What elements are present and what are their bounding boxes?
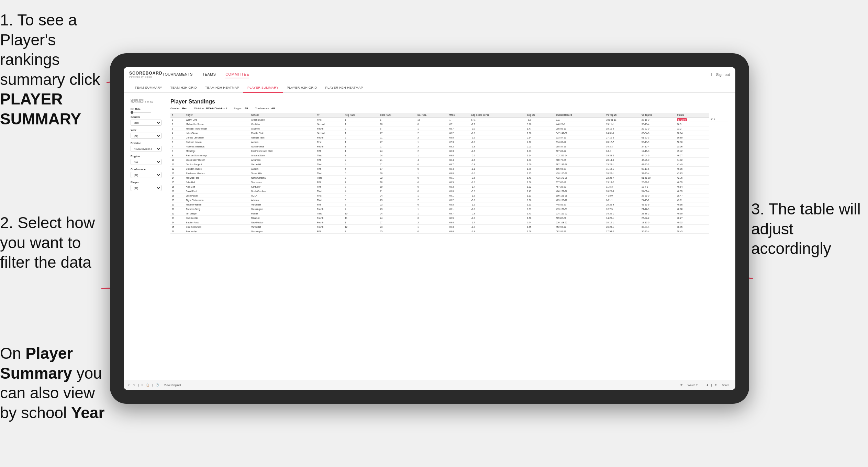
player-select[interactable]: (All) [131,185,162,191]
table-row: 15Jake HallTennesseeFifth718668.5-1.51.6… [170,180,728,185]
table-scroll-container[interactable]: # Player School Yr Reg Rank Conf Rank No… [170,113,728,374]
sign-out-link[interactable]: Sign out [716,73,730,77]
table-row: 5Christo LamprechtGeorgia TechFourth2212… [170,135,728,140]
cell-18-13: 43.81 [676,198,709,202]
table-row: 18Luke PowellUCLAFirst424169.1-1.81.1350… [170,193,728,198]
cell-13-11: 22-26-7 [605,176,640,180]
toolbar-copy[interactable]: ⎘ [142,383,143,387]
cell-2-6: 1 [416,126,448,131]
nav-teams[interactable]: TEAMS [202,71,216,78]
cell-14-6: 6 [416,180,448,185]
no-rds-slider[interactable] [131,112,151,113]
cell-24-2: Vanderbilt [250,225,316,229]
view-original-btn[interactable]: View: Original [162,383,183,387]
cell-8-4: 3 [344,153,379,158]
cell-20-4: 4 [344,207,379,211]
cell-21-11: 14-26-1 [605,211,640,216]
cell-11-10: 605-96-38 [555,167,605,171]
cell-17-7: 69.1 [448,193,470,198]
cell-14-5: 18 [379,180,416,185]
conference-select[interactable]: (All) [131,172,162,178]
cell-12-10: 428-150-30 [555,171,605,176]
cell-8-3: Third [316,153,344,158]
step3-line2: adjust accordingly [751,220,831,258]
nav-committee[interactable]: COMMITTEE [225,71,249,78]
cell-20-1: Taehoon Song [185,207,250,211]
cell-4-3: Fourth [316,135,344,140]
cell-11-5: 17 [379,167,416,171]
download-icon[interactable]: ⬇ [706,383,709,387]
subnav-team-h2h-grid[interactable]: TEAM H2H GRID [166,82,201,93]
nav-bar: SCOREBOARD Powered by clippd TOURNAMENTS… [124,67,735,82]
cell-18-1: Tiger Christensen [185,198,250,202]
cell-6-10: 698-54-13 [555,144,605,149]
subnav-player-h2h-grid[interactable]: PLAYER H2H GRID [283,82,321,93]
division-select[interactable]: NCAA Division I NCAA Division II NCAA Di… [131,146,162,152]
subnav-player-summary[interactable]: PLAYER SUMMARY [243,82,283,93]
toolbar-redo[interactable]: ↪ [133,383,135,387]
subnav-team-h2h-heatmap[interactable]: TEAM H2H HEATMAP [201,82,243,93]
cell-16-8: -0.2 [470,189,526,193]
cell-2-9: 1.47 [526,126,555,131]
cell-7-12: 12-16-3 [640,149,676,153]
cell-7-1: Mats Ege [185,149,250,153]
year-select[interactable]: (All) First Second Third Fourth Fifth [131,133,162,139]
cell-7-8: -2.5 [470,149,526,153]
year-label: Year [131,129,165,132]
cell-2-3: Fourth [316,126,344,131]
cell-24-8: -1.2 [470,225,526,229]
cell-12-6: 1 [416,171,448,176]
toolbar-sep4: | [711,383,712,387]
subnav-player-h2h-heatmap[interactable]: PLAYER H2H HEATMAP [321,82,367,93]
cell-17-4: 4 [344,193,379,198]
cell-5-12: 50-19-9 [640,140,676,144]
cell-3-11: 24-31-5 [605,131,640,135]
cell-23-7: 69.4 [448,220,470,225]
toolbar-undo[interactable]: ↩ [128,383,130,387]
cell-9-7: 68.4 [448,158,470,162]
cell-15-13: 40.54 [676,185,709,189]
cell-14-11: 13-18-2 [605,180,640,185]
step2-line1: 2. Select how you want to [0,214,95,252]
cell-17-13: 38.47 [676,193,709,198]
toolbar-paste[interactable]: 📋 [146,383,149,387]
nav-items: TOURNAMENTS TEAMS COMMITTEE [163,71,711,78]
cell-11-12: 50-18-6 [640,167,676,171]
nav-tournaments[interactable]: TOURNAMENTS [163,71,193,78]
cell-21-5: 24 [379,211,416,216]
cell-8-8: -0.5 [470,153,526,158]
cell-16-0: 17 [170,189,185,193]
cell-19-8: -1.2 [470,202,526,207]
region-select[interactable]: N/A All [131,159,162,165]
cell-10-6: 0 [416,162,448,167]
cell-14-13: 40.55 [676,180,709,185]
no-rds-label: No Rds. [131,108,165,111]
cell-6-11: 14-3-3 [605,144,640,149]
share-btn[interactable]: Share [720,383,731,387]
cell-0-1: Wenyi Ding [185,118,250,122]
cell-10-9: 1.50 [526,162,555,167]
cell-22-7: 68.5 [448,216,470,220]
watch-btn[interactable]: Watch ▾ [686,383,700,387]
cell-20-6: 1 [416,207,448,211]
watch-icon: 👁 [680,383,683,387]
cell-6-13: 55.56 [676,144,709,149]
cell-15-10: 467-29-23 [555,185,605,189]
cell-8-12: 44-64-6 [640,153,676,158]
table-row: 16Alex GoffKentuckyFifth819068.3-1.71.92… [170,185,728,189]
cell-23-0: 24 [170,220,185,225]
cell-23-5: 27 [379,220,416,225]
cell-15-9: 1.92 [526,185,555,189]
cell-23-2: New Mexico [250,220,316,225]
cell-7-2: East Tennessee State [250,149,316,153]
cell-11-6: 0 [416,167,448,171]
cell-24-10: 452-96-12 [555,225,605,229]
gender-select[interactable]: Men Women [131,120,162,126]
instruction-step2: 2. Select how you want to filter the dat… [0,213,103,273]
cell-13-13: 42.75 [676,176,709,180]
cell-12-8: -1.0 [470,171,526,176]
cell-22-2: Missouri [250,216,316,220]
cell-11-13: 40.96 [676,167,709,171]
subnav-team-summary[interactable]: TEAM SUMMARY [131,82,166,93]
cell-15-8: -1.7 [470,185,526,189]
